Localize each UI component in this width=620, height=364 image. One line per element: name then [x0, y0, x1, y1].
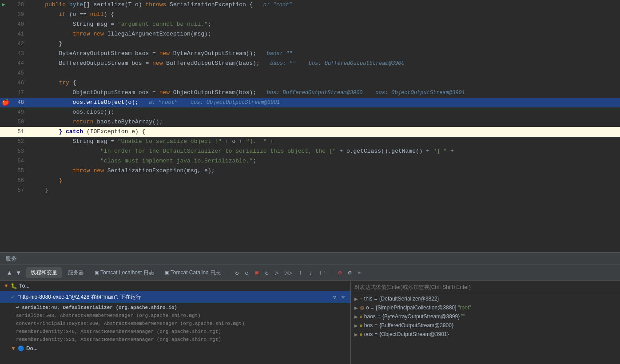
- code-line-47: 47 ObjectOutputStream oos = new ObjectOu…: [0, 88, 620, 98]
- line-content-39: if (o == null) {: [28, 10, 620, 20]
- code-line-53: 53 "In order for the DefaultSerializer t…: [0, 146, 620, 156]
- var-icon-o: ◎: [360, 305, 364, 311]
- var-item-baos[interactable]: ▶ ≡ baos = {ByteArrayOutputStream@3899} …: [351, 312, 620, 321]
- var-item-oos[interactable]: ▶ ≡ oos = {ObjectOutputStream@3901}: [351, 330, 620, 339]
- filter-icon[interactable]: ▿: [331, 292, 338, 302]
- stack-frame-2[interactable]: convertPrincipalsToBytes:360, AbstractRe…: [0, 320, 350, 328]
- code-line-49: 49 oos.close();: [0, 107, 620, 117]
- code-line-51: 51 } catch (IOException e) {: [0, 127, 620, 137]
- frame-text-3: rememberIdentity:346, AbstractRememberMe…: [16, 329, 221, 334]
- line-content-45: [28, 68, 620, 78]
- line-content-54: "class must implement java.io.Serializab…: [28, 156, 620, 166]
- var-val-baos: {ByteArrayOutputStream@3899} "": [382, 313, 465, 320]
- tab-tomcat-catalina[interactable]: ▣ Tomcat Catalina 日志: [160, 267, 226, 278]
- tab-threads-variables[interactable]: 线程和变量: [26, 267, 62, 278]
- var-eq-o: =: [371, 305, 374, 311]
- expression-placeholder: 对表达式求值(Enter)或添加监视(Ctrl+Shift+Enter): [354, 284, 471, 290]
- step-out-icon[interactable]: ↑: [296, 268, 304, 278]
- line-number-38: ▶ 38: [0, 0, 28, 10]
- line-number-46: 46: [0, 78, 28, 88]
- line-number-53: 53: [0, 146, 28, 156]
- back-arrow-icon: ↩: [16, 305, 19, 310]
- thread-group-header: ▼ 🐛 To...: [0, 281, 350, 291]
- line-content-56: }: [28, 176, 620, 186]
- line-content-41: throw new IllegalArgumentException(msg);: [28, 29, 620, 39]
- line-number-44: 44: [0, 59, 28, 68]
- evaluate-icon[interactable]: ↑↑: [316, 268, 328, 278]
- var-name-baos: baos: [364, 313, 376, 320]
- variables-panel: 对表达式求值(Enter)或添加监视(Ctrl+Shift+Enter) ▶ ≡…: [351, 281, 620, 364]
- code-line-46: 46 try {: [0, 78, 620, 88]
- nav-arrows: ▲ ▼: [4, 268, 24, 278]
- more-icon[interactable]: ⋯: [356, 268, 364, 278]
- line-content-57: }: [28, 186, 620, 195]
- var-item-o[interactable]: ▶ ◎ o = {SimplePrincipalCollection@3880}…: [351, 303, 620, 312]
- line-number-50: 50: [0, 117, 28, 127]
- line-number-54: 54: [0, 156, 28, 166]
- rerun-icon[interactable]: ↻: [262, 268, 270, 278]
- line-content-46: try {: [28, 78, 620, 88]
- line-number-41: 41: [0, 29, 28, 39]
- line-content-52: String msg = "Unable to serialize object…: [28, 137, 620, 146]
- line-content-43: ByteArrayOutputStream baos = new ByteArr…: [28, 49, 620, 59]
- tab-tomcat-localhost[interactable]: ▣ Tomcat Localhost 日志: [90, 267, 159, 278]
- code-line-39: 39 if (o == null) {: [0, 10, 620, 20]
- tab-server[interactable]: 服务器: [64, 267, 88, 278]
- expand-icon[interactable]: ▿: [339, 292, 347, 302]
- line-number-48: 🍎 48: [0, 98, 28, 107]
- stack-frame-3[interactable]: rememberIdentity:346, AbstractRememberMe…: [0, 328, 350, 336]
- debug-panel: ▲ ▼ 线程和变量 服务器 ▣ Tomcat Localhost 日志 ▣ To…: [0, 265, 620, 364]
- frame-text-1: serialize:503, AbstractRememberMeManager…: [16, 313, 201, 318]
- line-number-43: 43: [0, 49, 28, 59]
- stop-icon[interactable]: ■: [253, 268, 261, 278]
- code-line-56: 56 }: [0, 176, 620, 186]
- var-item-bos[interactable]: ▶ ≡ bos = {BufferedOutputStream@3900}: [351, 321, 620, 330]
- code-line-50: 50 return baos.toByteArray();: [0, 117, 620, 127]
- expression-input-area[interactable]: 对表达式求值(Enter)或添加监视(Ctrl+Shift+Enter): [351, 281, 620, 294]
- var-val-oos: {ObjectOutputStream@3901}: [379, 331, 449, 337]
- stack-frame-4[interactable]: rememberIdentity:321, AbstractRememberMe…: [0, 336, 350, 344]
- thread-item-main[interactable]: ✓ "http-nio-8080-exec-1"@2,428 在组"main":…: [0, 291, 350, 303]
- mute-icon[interactable]: ⊘: [336, 268, 344, 278]
- line-content-38: public byte[] serialize(T o) throws Seri…: [28, 0, 620, 10]
- line-content-51: } catch (IOException e) {: [28, 127, 620, 137]
- stack-frame-0[interactable]: ↩ serialize:48, DefaultSerializer (org.a…: [0, 303, 350, 312]
- line-content-40: String msg = "argument cannot be null.";: [28, 20, 620, 29]
- var-eq-bos: =: [374, 322, 378, 328]
- thread-name: "http-nio-8080-exec-1"@2,428 在组"main": 正…: [18, 293, 141, 301]
- line-number-49: 49: [0, 107, 28, 117]
- var-name-oos: oos: [364, 331, 373, 337]
- resume-icon[interactable]: ↻: [233, 268, 241, 278]
- line-content-48: oos.writeObject(o); a: "root" oos: Objec…: [28, 98, 620, 107]
- line-number-40: 40: [0, 20, 28, 29]
- frame-text-2: convertPrincipalsToBytes:360, AbstractRe…: [16, 321, 245, 326]
- expand-arrow-oos: ▶: [354, 332, 358, 337]
- step-over-icon[interactable]: ▷: [273, 268, 281, 278]
- nav-up-icon[interactable]: ▲: [5, 268, 13, 278]
- var-name-o: o: [366, 305, 369, 311]
- services-bar: 服务: [0, 252, 620, 265]
- settings-icon[interactable]: ∅: [346, 268, 354, 278]
- debug-content: ▼ 🐛 To... ✓ "http-nio-8080-exec-1"@2,428…: [0, 281, 620, 364]
- var-item-this[interactable]: ▶ ≡ this = {DefaultSerializer@3822}: [351, 294, 620, 303]
- step-icon-38: ▶: [2, 0, 5, 10]
- stack-frame-1[interactable]: serialize:503, AbstractRememberMeManager…: [0, 312, 350, 320]
- pause-icon[interactable]: ↺: [243, 268, 251, 278]
- line-content-47: ObjectOutputStream oos = new ObjectOutpu…: [28, 88, 620, 98]
- step-into-icon[interactable]: ▷▷: [282, 268, 294, 278]
- code-line-41: 41 throw new IllegalArgumentException(ms…: [0, 29, 620, 39]
- code-editor[interactable]: ▶ 38 public byte[] serialize(T o) throws…: [0, 0, 620, 252]
- var-eq-this: =: [374, 296, 378, 302]
- line-content-53: "In order for the DefaultSerializer to s…: [28, 146, 620, 156]
- code-line-52: 52 String msg = "Unable to serialize obj…: [0, 137, 620, 146]
- do-group-header: ▼ 🔵 Do...: [0, 344, 350, 353]
- services-label: 服务: [5, 255, 17, 263]
- line-number-51: 51: [0, 127, 28, 137]
- do-group-name: Do...: [26, 345, 38, 352]
- var-icon-bos: ≡: [360, 323, 362, 328]
- code-line-42: 42 }: [0, 39, 620, 49]
- line-number-45: 45: [0, 68, 28, 78]
- nav-down-icon[interactable]: ▼: [14, 268, 22, 278]
- run-to-cursor-icon[interactable]: ↓: [306, 268, 314, 278]
- code-line-44: 44 BufferedOutputStream bos = new Buffer…: [0, 59, 620, 68]
